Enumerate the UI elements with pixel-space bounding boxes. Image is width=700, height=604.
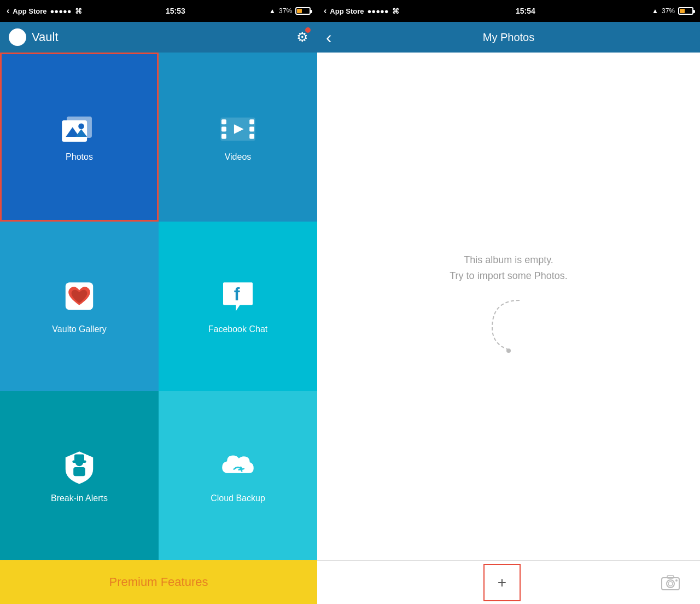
right-status-right: ▲ 37% [652, 7, 693, 15]
cloud-icon [218, 448, 258, 487]
svg-rect-13 [249, 133, 254, 138]
breakin-icon [60, 448, 99, 487]
left-carrier: App Store [13, 7, 46, 15]
svg-rect-9 [221, 126, 226, 131]
right-battery-pct: 37% [662, 7, 675, 15]
right-header: ‹ My Photos [317, 22, 700, 53]
svg-rect-12 [249, 126, 254, 131]
app-header: ✳ Vault ⚙ [0, 22, 317, 53]
left-location-icon: ▲ [269, 7, 276, 15]
back-chevron-icon: ‹ [326, 28, 332, 46]
svg-point-24 [668, 582, 673, 586]
right-status-left: ‹ App Store ●●●●● ⌘ [324, 6, 399, 16]
left-battery-pct: 37% [279, 7, 292, 15]
bottom-toolbar: + [317, 560, 700, 604]
right-location-icon: ▲ [652, 7, 658, 15]
photos-label: Photos [66, 152, 93, 162]
right-carrier: App Store [330, 7, 364, 15]
grid-item-photos[interactable]: Photos [0, 53, 159, 222]
svg-rect-8 [221, 119, 226, 124]
left-wifi-icon: ⌘ [75, 7, 82, 15]
header-left: ✳ Vault [9, 28, 59, 46]
videos-label: Videos [225, 152, 252, 162]
camera-button[interactable] [654, 566, 687, 599]
add-icon: + [498, 574, 506, 591]
svg-point-23 [667, 580, 674, 588]
videos-icon [218, 113, 258, 146]
svg-point-26 [675, 579, 678, 582]
svg-text:f: f [234, 284, 240, 304]
premium-label: Premium Features [109, 575, 208, 589]
breakin-label: Break-in Alerts [51, 493, 108, 503]
right-signal-dots: ●●●●● [367, 7, 388, 15]
svg-rect-25 [667, 576, 674, 578]
left-signal-dots: ●●●●● [50, 7, 71, 15]
empty-message: This album is empty. Try to import some … [450, 252, 567, 284]
grid-item-videos[interactable]: Videos [159, 53, 317, 222]
svg-rect-10 [221, 133, 226, 138]
right-time: 15:54 [516, 7, 535, 15]
left-status-left: ‹ App Store ●●●●● ⌘ [7, 6, 82, 16]
right-back-chevron: ‹ [324, 6, 326, 16]
left-status-right: ▲ 37% [269, 7, 311, 15]
grid-item-cloud[interactable]: Cloud Backup [159, 391, 317, 560]
left-back-chevron: ‹ [7, 6, 9, 16]
vault-title: Vault [32, 30, 59, 44]
svg-point-6 [78, 123, 84, 129]
premium-bar[interactable]: Premium Features [0, 560, 317, 604]
grid-item-facebook[interactable]: f Facebook Chat [159, 222, 317, 391]
left-time: 15:53 [166, 7, 185, 15]
cloud-label: Cloud Backup [211, 493, 265, 503]
vault-logo: ✳ [9, 28, 26, 46]
left-panel: ‹ App Store ●●●●● ⌘ 15:53 ▲ 37% ✳ Vault [0, 0, 317, 604]
photos-icon [60, 113, 99, 146]
right-battery-icon [678, 7, 693, 15]
right-content: This album is empty. Try to import some … [317, 53, 700, 560]
facebook-label: Facebook Chat [208, 324, 268, 334]
left-status-bar: ‹ App Store ●●●●● ⌘ 15:53 ▲ 37% [0, 0, 317, 22]
grid-item-vaulto[interactable]: Vaulto Gallery [0, 222, 159, 391]
right-wifi-icon: ⌘ [392, 7, 399, 15]
svg-rect-20 [73, 467, 85, 476]
vaulto-label: Vaulto Gallery [52, 324, 106, 334]
settings-button[interactable]: ⚙ [296, 30, 308, 45]
app-grid: Photos Videos [0, 53, 317, 560]
svg-rect-11 [249, 119, 254, 124]
svg-point-21 [506, 349, 511, 353]
right-status-bar: ‹ App Store ●●●●● ⌘ 15:54 ▲ 37% [317, 0, 700, 22]
right-panel: ‹ App Store ●●●●● ⌘ 15:54 ▲ 37% ‹ My Pho… [317, 0, 700, 604]
arrow-curve-icon [487, 295, 530, 361]
left-battery-icon [295, 7, 311, 15]
page-title: My Photos [483, 31, 534, 44]
svg-rect-19 [74, 455, 84, 462]
grid-item-breakin[interactable]: Break-in Alerts [0, 391, 159, 560]
vaulto-icon [60, 278, 99, 318]
add-button[interactable]: + [486, 566, 518, 599]
settings-badge [305, 27, 311, 33]
facebook-icon: f [218, 278, 258, 318]
svg-text:✳: ✳ [15, 33, 20, 40]
back-button[interactable]: ‹ [326, 28, 332, 46]
